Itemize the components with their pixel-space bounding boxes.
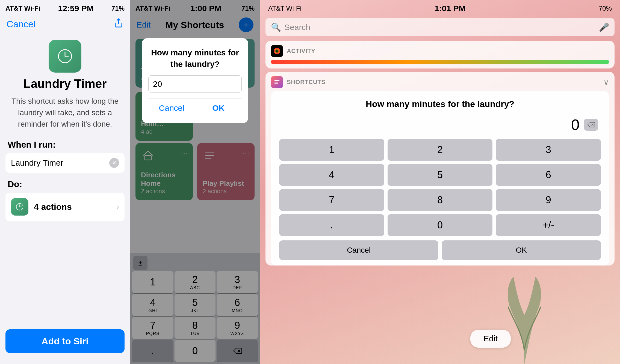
dialog-buttons: Cancel OK (148, 98, 242, 118)
activity-label: ACTIVITY (287, 47, 315, 55)
share-button[interactable] (114, 18, 123, 30)
svg-point-20 (276, 50, 278, 52)
mini-key-4[interactable]: 4 (279, 164, 384, 186)
laundry-cancel-button[interactable]: Cancel (279, 240, 438, 260)
mini-key-5[interactable]: 5 (388, 164, 493, 186)
panel-widget: AT&T Wi-Fi 1:01 PM 70% 🔍 Search 🎤 ACTIVI… (260, 0, 620, 364)
actions-row[interactable]: 4 actions › (5, 193, 125, 221)
status-bar-panel1: AT&T Wi-Fi 12:59 PM 71% (0, 0, 130, 15)
dialog-input[interactable] (148, 75, 242, 93)
app-icon-container (0, 40, 130, 73)
app-icon (49, 40, 81, 73)
activity-icon (271, 45, 283, 57)
laundry-dialog-title-widget: How many minutes for the laundry? (279, 99, 601, 109)
mini-key-2[interactable]: 2 (388, 139, 493, 161)
battery-panel1: 71% (111, 5, 125, 12)
mini-key-plusminus[interactable]: +/- (496, 214, 601, 236)
app-description: This shortcut asks how long the laundry … (0, 96, 130, 130)
search-bar[interactable]: 🔍 Search 🎤 (265, 18, 615, 36)
mini-key-0[interactable]: 0 (388, 214, 493, 236)
dialog-box: How many minutes for the laundry? Cancel… (142, 38, 248, 123)
panel-my-shortcuts: AT&T Wi-Fi 1:00 PM 71% Edit My Shortcuts… (130, 0, 260, 364)
laundry-delete-button[interactable] (584, 119, 598, 131)
plant-decoration (483, 255, 565, 364)
mini-key-8[interactable]: 8 (388, 189, 493, 211)
dialog-cancel-button[interactable]: Cancel (148, 99, 195, 118)
app-title: Laundry Timer (0, 77, 130, 91)
cancel-button[interactable]: Cancel (7, 19, 36, 29)
shortcuts-widget-header: SHORTCUTS ∨ (265, 72, 615, 91)
mic-icon[interactable]: 🎤 (599, 22, 609, 32)
expand-button[interactable]: ∨ (603, 78, 609, 87)
laundry-number-display: 0 (571, 116, 580, 133)
input-value: Laundry Timer (11, 158, 109, 168)
dialog-title: How many minutes for the laundry? (148, 47, 242, 70)
shortcuts-widget: SHORTCUTS ∨ How many minutes for the lau… (265, 72, 615, 265)
activity-bar (271, 60, 609, 64)
add-to-siri-container: Add to Siri (5, 329, 125, 353)
shortcuts-icon (271, 76, 283, 88)
shortcut-name-input[interactable]: Laundry Timer ✕ (5, 153, 125, 173)
activity-widget-header: ACTIVITY (265, 41, 615, 60)
time-panel3: 1:01 PM (435, 4, 465, 13)
laundry-dialog-buttons: Cancel OK (279, 240, 601, 260)
status-bar-panel3: AT&T Wi-Fi 1:01 PM 70% (260, 0, 620, 15)
edit-bottom-button[interactable]: Edit (470, 330, 511, 348)
search-placeholder: Search (284, 23, 596, 32)
do-label: Do: (0, 179, 130, 193)
activity-widget: ACTIVITY (265, 41, 615, 68)
shortcuts-label: SHORTCUTS (287, 79, 325, 86)
clear-icon[interactable]: ✕ (109, 158, 119, 168)
mini-key-dot[interactable]: . (279, 214, 384, 236)
carrier-panel3: AT&T Wi-Fi (268, 5, 302, 12)
actions-count: 4 actions (34, 202, 117, 212)
panel1-nav: Cancel (0, 15, 130, 34)
mini-key-9[interactable]: 9 (496, 189, 601, 211)
laundry-ok-button[interactable]: OK (442, 240, 601, 260)
time-panel1: 12:59 PM (58, 4, 94, 13)
search-icon: 🔍 (271, 22, 281, 32)
laundry-dialog-widget: How many minutes for the laundry? 0 1 2 … (271, 91, 609, 265)
mini-key-6[interactable]: 6 (496, 164, 601, 186)
panel-laundry-timer: AT&T Wi-Fi 12:59 PM 71% Cancel Laundry T… (0, 0, 130, 364)
mini-key-3[interactable]: 3 (496, 139, 601, 161)
mini-numpad: 1 2 3 4 5 6 7 8 9 . 0 +/- (279, 139, 601, 236)
mini-key-1[interactable]: 1 (279, 139, 384, 161)
laundry-display: 0 (279, 116, 601, 133)
when-i-run-label: When I run: (0, 140, 130, 153)
mini-key-7[interactable]: 7 (279, 189, 384, 211)
chevron-right-icon: › (117, 202, 119, 211)
carrier-panel1: AT&T Wi-Fi (5, 5, 40, 12)
add-to-siri-button[interactable]: Add to Siri (5, 329, 125, 353)
dialog-overlay: How many minutes for the laundry? Cancel… (130, 0, 260, 364)
actions-icon (11, 198, 28, 216)
dialog-ok-button[interactable]: OK (195, 99, 242, 118)
battery-panel3: 70% (599, 5, 612, 12)
